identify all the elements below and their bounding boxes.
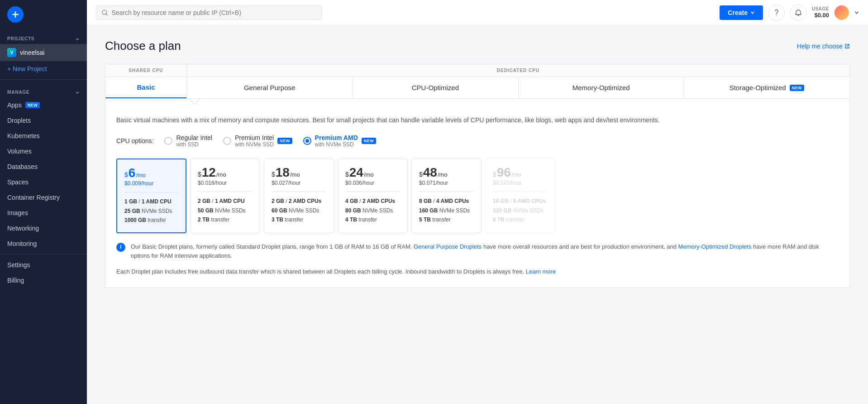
- plan-description-area: Basic virtual machines with a mix of mem…: [105, 106, 850, 288]
- container-registry-label: Container Registry: [7, 194, 60, 201]
- shared-cpu-label: SHARED CPU: [105, 64, 186, 77]
- monitoring-label: Monitoring: [7, 240, 37, 247]
- pricing-card-12[interactable]: $ 12 /mo $0.018/hour 2 GB / 1 AMD CPU 50…: [190, 159, 260, 233]
- general-purpose-link[interactable]: General Purpose Droplets: [414, 243, 482, 250]
- logo-icon: [7, 6, 24, 23]
- learn-more-link[interactable]: Learn more: [526, 268, 556, 275]
- apps-badge: NEW: [25, 102, 40, 108]
- help-button[interactable]: ?: [768, 5, 785, 21]
- info-text: Our Basic Droplet plans, formerly called…: [131, 242, 839, 261]
- sidebar-item-kubernetes[interactable]: Kubernetes: [0, 128, 87, 144]
- cpu-name-regular-intel: Regular Intel: [176, 134, 212, 141]
- cpu-sub-premium-amd: with NVMe SSD: [315, 141, 358, 148]
- help-me-choose-link[interactable]: Help me choose: [797, 43, 850, 50]
- cpu-options-label: CPU options:: [116, 137, 153, 144]
- search-input[interactable]: [111, 9, 316, 16]
- networking-label: Networking: [7, 225, 39, 232]
- tab-cpu-optimized[interactable]: CPU-Optimized: [353, 77, 518, 98]
- tab-basic[interactable]: Basic: [105, 77, 186, 98]
- content-area: Choose a plan Help me choose SHARED CPU …: [87, 25, 868, 404]
- sidebar-item-container-registry[interactable]: Container Registry: [0, 190, 87, 205]
- sidebar-item-apps[interactable]: Apps NEW: [0, 97, 87, 113]
- search-area[interactable]: [96, 5, 322, 20]
- chevron-down-icon: [750, 10, 755, 15]
- apps-label: Apps: [7, 101, 22, 109]
- price-row-12: $ 12 /mo: [198, 166, 253, 179]
- sidebar-item-images[interactable]: Images: [0, 205, 87, 221]
- info-icon: i: [116, 243, 125, 252]
- sidebar-divider-2: [0, 254, 87, 255]
- shared-cpu-tabs: Basic: [105, 77, 186, 98]
- new-project-label: + New Project: [7, 65, 47, 72]
- cpu-option-premium-intel[interactable]: Premium Intel with NVMe SSD NEW: [223, 134, 292, 148]
- plan-tabs: SHARED CPU Basic DEDICATED CPU General P…: [105, 64, 850, 99]
- dedicated-cpu-label: DEDICATED CPU: [187, 64, 849, 77]
- premium-amd-badge: NEW: [362, 138, 376, 144]
- price-row-96: $ 96 /mo: [493, 166, 548, 179]
- tab-memory-optimized[interactable]: Memory-Optimized: [519, 77, 684, 98]
- sidebar: PROJECTS V vineelsai + New Project MANAG…: [0, 0, 87, 404]
- cpu-sub-regular-intel: with SSD: [176, 141, 212, 148]
- pricing-cards: $ 6 /mo $0.009/hour 1 GB / 1 AMD CPU 25 …: [116, 159, 839, 233]
- search-icon: [102, 10, 108, 16]
- tab-arrow-inner: [190, 99, 199, 104]
- kubernetes-label: Kubernetes: [7, 132, 40, 139]
- bell-icon: [795, 9, 802, 16]
- cpu-option-regular-intel[interactable]: Regular Intel with SSD: [164, 134, 212, 148]
- pricing-card-6[interactable]: $ 6 /mo $0.009/hour 1 GB / 1 AMD CPU 25 …: [116, 159, 186, 233]
- new-project-item[interactable]: + New Project: [0, 61, 87, 77]
- cpu-name-premium-amd: Premium AMD: [315, 134, 358, 141]
- sidebar-item-volumes[interactable]: Volumes: [0, 144, 87, 159]
- sidebar-item-billing[interactable]: Billing: [0, 273, 87, 288]
- volumes-label: Volumes: [7, 148, 32, 155]
- info-box: i Our Basic Droplet plans, formerly call…: [116, 242, 839, 261]
- spaces-label: Spaces: [7, 178, 29, 186]
- project-name: vineelsai: [20, 49, 44, 56]
- memory-optimized-link[interactable]: Memory-Optimized Droplets: [678, 243, 752, 250]
- main-area: Create ? USAGE $0.00 Choose a plan Help …: [87, 0, 868, 404]
- droplets-label: Droplets: [7, 117, 31, 124]
- usage-area: USAGE $0.00: [812, 6, 829, 19]
- create-button[interactable]: Create: [720, 5, 763, 20]
- sidebar-item-monitoring[interactable]: Monitoring: [0, 236, 87, 251]
- sidebar-divider-1: [0, 79, 87, 80]
- radio-regular-intel[interactable]: [164, 137, 172, 145]
- spec-96: 16 GB / 8 AMD CPUs 320 GB NVMe SSDs 6 TB…: [493, 197, 548, 224]
- spec-24: 4 GB / 2 AMD CPUs 80 GB NVMe SSDs 4 TB t…: [345, 197, 400, 224]
- svg-line-2: [106, 14, 108, 15]
- pricing-card-96[interactable]: $ 96 /mo $0.143/hour 16 GB / 8 AMD CPUs …: [485, 159, 555, 233]
- pricing-card-24[interactable]: $ 24 /mo $0.036/hour 4 GB / 2 AMD CPUs 8…: [338, 159, 408, 233]
- manage-section-title: MANAGE: [0, 82, 87, 97]
- radio-premium-intel[interactable]: [223, 137, 231, 145]
- cpu-option-premium-amd[interactable]: Premium AMD with NVMe SSD NEW: [303, 134, 377, 148]
- premium-intel-badge: NEW: [277, 138, 292, 144]
- pricing-card-48[interactable]: $ 48 /mo $0.071/hour 8 GB / 4 AMD CPUs 1…: [411, 159, 482, 233]
- sidebar-item-networking[interactable]: Networking: [0, 221, 87, 236]
- price-row-18: $ 18 /mo: [272, 166, 326, 179]
- notifications-button[interactable]: [790, 5, 806, 21]
- avatar[interactable]: [835, 5, 849, 20]
- storage-optimized-badge: NEW: [790, 85, 804, 91]
- external-link-icon: [844, 43, 850, 49]
- databases-label: Databases: [7, 163, 38, 170]
- sidebar-item-settings[interactable]: Settings: [0, 257, 87, 273]
- billing-label: Billing: [7, 277, 24, 284]
- current-project[interactable]: V vineelsai: [0, 44, 87, 61]
- user-chevron-icon[interactable]: [854, 10, 859, 15]
- sidebar-item-droplets[interactable]: Droplets: [0, 113, 87, 128]
- tab-storage-optimized[interactable]: Storage-Optimized NEW: [684, 77, 849, 98]
- bottom-note: Each Droplet plan includes free outbound…: [116, 267, 839, 277]
- radio-premium-amd[interactable]: [303, 137, 311, 145]
- sidebar-item-spaces[interactable]: Spaces: [0, 174, 87, 190]
- page-header: Choose a plan Help me choose: [105, 39, 850, 53]
- images-label: Images: [7, 209, 28, 216]
- sidebar-item-databases[interactable]: Databases: [0, 159, 87, 174]
- topbar: Create ? USAGE $0.00: [87, 0, 868, 25]
- price-hourly-18: $0.027/hour: [272, 180, 326, 186]
- project-icon: V: [7, 48, 16, 57]
- pricing-card-18[interactable]: $ 18 /mo $0.027/hour 2 GB / 2 AMD CPUs 6…: [264, 159, 334, 233]
- shared-cpu-group: SHARED CPU Basic: [105, 64, 187, 98]
- tab-general-purpose[interactable]: General Purpose: [187, 77, 353, 98]
- cpu-name-premium-intel: Premium Intel: [235, 134, 274, 141]
- price-row-48: $ 48 /mo: [419, 166, 474, 179]
